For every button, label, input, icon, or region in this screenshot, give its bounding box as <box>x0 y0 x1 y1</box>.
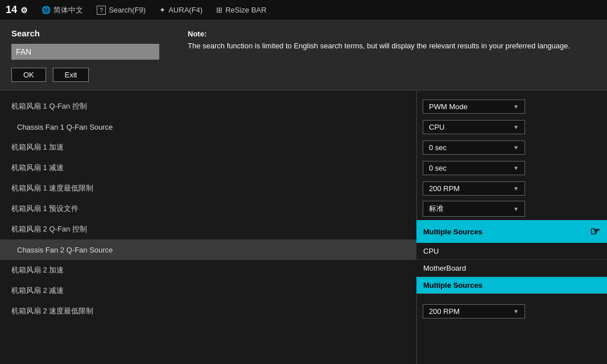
settings-row-1[interactable]: Chassis Fan 1 Q-Fan Source <box>0 117 416 137</box>
value-row-3: 0 sec <box>417 158 607 178</box>
dropdown-highlighted-label: Multiple Sources <box>423 228 482 236</box>
search-nav-button[interactable]: ? Search(F9) <box>97 6 146 15</box>
settings-row-10[interactable]: 机箱风扇 2 速度最低限制 <box>0 301 416 321</box>
value-row-5: 标准 <box>417 198 607 219</box>
search-nav-icon: ? <box>97 6 106 15</box>
settings-row-5[interactable]: 机箱风扇 1 预设文件 <box>0 198 416 219</box>
main-content: 机箱风扇 1 Q-Fan 控制 Chassis Fan 1 Q-Fan Sour… <box>0 90 607 364</box>
aura-button[interactable]: ✦ AURA(F4) <box>159 6 203 14</box>
settings-row-3[interactable]: 机箱风扇 1 减速 <box>0 158 416 178</box>
language-selector[interactable]: 🌐 简体中文 <box>42 5 83 15</box>
settings-label-4: 机箱风扇 1 速度最低限制 <box>11 183 93 193</box>
search-left: Search OK Exit <box>11 28 171 82</box>
cursor-icon: ☞ <box>590 225 600 238</box>
settings-row-9[interactable]: 机箱风扇 2 减速 <box>0 280 416 301</box>
dropdown-highlighted-item[interactable]: Multiple Sources ☞ <box>416 220 607 243</box>
value-row-10: 200 RPM <box>417 301 607 321</box>
search-title: Search <box>11 28 171 38</box>
settings-row-2[interactable]: 机箱风扇 1 加速 <box>0 137 416 158</box>
value-box-0[interactable]: PWM Mode <box>423 100 525 114</box>
settings-label-9: 机箱风扇 2 减速 <box>11 286 64 296</box>
settings-row-0[interactable]: 机箱风扇 1 Q-Fan 控制 <box>0 96 416 117</box>
dropdown-option-multiple-label: Multiple Sources <box>423 281 482 289</box>
search-note: Note: The search function is limited to … <box>188 28 596 82</box>
settings-list: 机箱风扇 1 Q-Fan 控制 Chassis Fan 1 Q-Fan Sour… <box>0 90 416 364</box>
values-panel: PWM Mode CPU 0 sec 0 sec 200 RPM <box>416 90 607 364</box>
settings-label-7: Chassis Fan 2 Q-Fan Source <box>17 246 113 254</box>
search-buttons: OK Exit <box>11 68 171 82</box>
value-box-2[interactable]: 0 sec <box>423 140 525 155</box>
settings-row-7[interactable]: Chassis Fan 2 Q-Fan Source <box>0 239 416 260</box>
value-box-3[interactable]: 0 sec <box>423 161 525 175</box>
settings-label-3: 机箱风扇 1 减速 <box>11 163 64 173</box>
value-row-1: CPU <box>417 117 607 137</box>
settings-row-6[interactable]: 机箱风扇 2 Q-Fan 控制 <box>0 219 416 239</box>
gear-icon[interactable]: ⚙ <box>20 6 28 15</box>
search-input[interactable] <box>11 44 159 60</box>
dropdown-option-cpu[interactable]: CPU <box>416 243 607 260</box>
dropdown-option-motherboard[interactable]: MotherBoard <box>416 260 607 277</box>
settings-label-6: 机箱风扇 2 Q-Fan 控制 <box>11 224 87 234</box>
value-row-2: 0 sec <box>417 137 607 158</box>
globe-icon: 🌐 <box>42 6 51 14</box>
settings-label-0: 机箱风扇 1 Q-Fan 控制 <box>11 101 87 111</box>
dropdown-option-motherboard-label: MotherBoard <box>423 264 466 272</box>
dropdown-option-multiple[interactable]: Multiple Sources <box>416 277 607 294</box>
value-row-4: 200 RPM <box>417 178 607 198</box>
value-row-0: PWM Mode <box>417 96 607 117</box>
note-body: The search function is limited to Englis… <box>188 42 570 50</box>
resize-bar-button[interactable]: ⊞ ReSize BAR <box>216 6 266 14</box>
exit-button[interactable]: Exit <box>53 68 89 82</box>
aura-icon: ✦ <box>159 6 166 14</box>
settings-label-1: Chassis Fan 1 Q-Fan Source <box>17 123 113 131</box>
value-box-4[interactable]: 200 RPM <box>423 181 525 196</box>
time-display: 14 ⚙ <box>6 4 28 16</box>
settings-label-5: 机箱风扇 1 预设文件 <box>11 204 79 214</box>
settings-row-8[interactable]: 机箱风扇 2 加速 <box>0 260 416 280</box>
note-title: Note: <box>188 30 207 38</box>
search-panel: Search OK Exit Note: The search function… <box>0 20 607 90</box>
settings-label-10: 机箱风扇 2 速度最低限制 <box>11 306 93 316</box>
ok-button[interactable]: OK <box>11 68 46 82</box>
value-box-5[interactable]: 标准 <box>423 201 525 217</box>
dropdown-overlay: Multiple Sources ☞ CPU MotherBoard Multi… <box>416 220 607 294</box>
settings-label-2: 机箱风扇 1 加速 <box>11 142 64 152</box>
settings-row-4[interactable]: 机箱风扇 1 速度最低限制 <box>0 178 416 198</box>
settings-label-8: 机箱风扇 2 加速 <box>11 265 64 275</box>
dropdown-option-cpu-label: CPU <box>423 247 439 255</box>
resize-icon: ⊞ <box>216 6 222 14</box>
top-bar: 14 ⚙ 🌐 简体中文 ? Search(F9) ✦ AURA(F4) ⊞ Re… <box>0 0 607 20</box>
value-box-10[interactable]: 200 RPM <box>423 304 525 318</box>
value-box-1[interactable]: CPU <box>423 120 525 134</box>
